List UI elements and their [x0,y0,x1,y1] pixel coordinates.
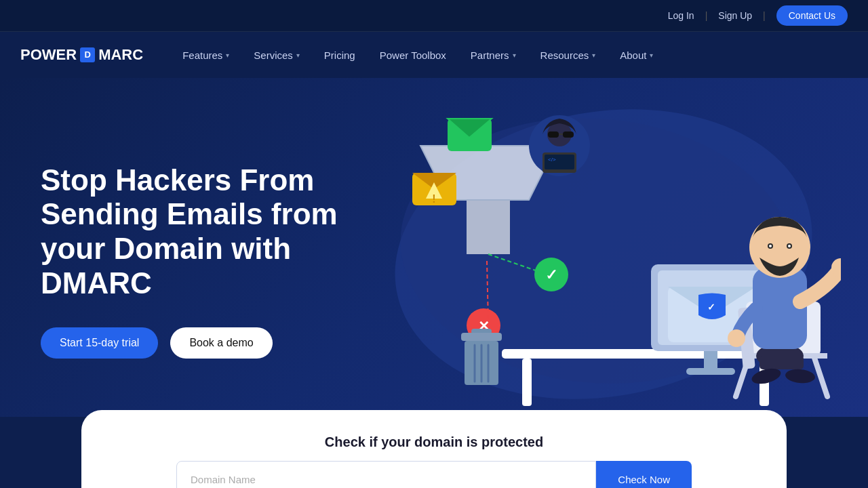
svg-line-15 [814,356,827,396]
svg-point-20 [785,368,816,384]
svg-text:!: ! [432,193,435,205]
svg-point-29 [788,245,791,247]
hero-buttons: Start 15-day trial Book a demo [41,327,366,359]
nav-about[interactable]: About ▾ [608,32,665,78]
login-link[interactable]: Log In [668,10,694,21]
contact-us-button[interactable]: Contact Us [776,5,848,26]
svg-text:✓: ✓ [707,302,715,312]
hero-content: Stop Hackers From Sending Emails from yo… [41,163,366,359]
start-trial-button[interactable]: Start 15-day trial [41,327,158,359]
book-demo-button[interactable]: Book a demo [170,327,272,359]
svg-rect-55 [461,333,502,341]
nav-services-label: Services [254,49,293,61]
check-now-button[interactable]: Check Now [596,461,692,488]
partners-chevron-icon: ▾ [513,52,516,59]
nav-pricing[interactable]: Pricing [312,32,368,78]
resources-chevron-icon: ▾ [592,52,595,59]
nav-power-toolbox-label: Power Toolbox [380,49,446,61]
nav-items: Features ▾ Services ▾ Pricing Power Tool… [170,32,848,78]
svg-text:</>: </> [548,157,556,163]
nav-resources[interactable]: Resources ▾ [528,32,608,78]
svg-rect-18 [760,356,804,369]
svg-point-28 [769,245,772,247]
logo-text-power: POWER [20,46,77,64]
nav-resources-label: Resources [540,49,589,61]
nav-services[interactable]: Services ▾ [241,32,312,78]
svg-point-24 [728,329,745,347]
nav-power-toolbox[interactable]: Power Toolbox [368,32,458,78]
hero-illustration: ✓ [366,105,841,417]
nav-features-label: Features [182,49,222,61]
domain-check-title: Check if your domain is protected [108,434,760,450]
svg-rect-3 [522,359,532,406]
services-chevron-icon: ▾ [296,52,300,59]
logo[interactable]: POWER D MARC [20,46,143,64]
svg-rect-31 [467,200,510,254]
logo-icon-d: D [80,47,95,62]
topbar-divider2: | [763,10,766,21]
nav-features[interactable]: Features ▾ [170,32,241,78]
nav-pricing-label: Pricing [324,49,355,61]
nav-partners-label: Partners [471,49,509,61]
hero-title: Stop Hackers From Sending Emails from yo… [41,163,366,300]
svg-rect-42 [548,131,559,138]
svg-rect-8 [686,368,735,375]
navbar: POWER D MARC Features ▾ Services ▾ Prici… [0,32,868,78]
domain-check-row: Check Now [176,461,692,488]
nav-about-label: About [620,49,646,61]
signup-link[interactable]: Sign Up [718,10,752,21]
domain-check-section: Check if your domain is protected Check … [81,410,787,488]
hero-section: Stop Hackers From Sending Emails from yo… [0,78,868,417]
features-chevron-icon: ▾ [226,52,229,59]
topbar: Log In | Sign Up | Contact Us [0,0,868,32]
topbar-divider: | [705,10,708,21]
logo-text-dmarc: MARC [98,46,143,64]
hero-illustration-svg: ✓ [366,105,841,417]
domain-name-input[interactable] [176,461,596,488]
about-chevron-icon: ▾ [650,52,653,59]
nav-partners[interactable]: Partners ▾ [458,32,528,78]
svg-rect-43 [563,131,574,138]
svg-rect-7 [704,351,717,370]
